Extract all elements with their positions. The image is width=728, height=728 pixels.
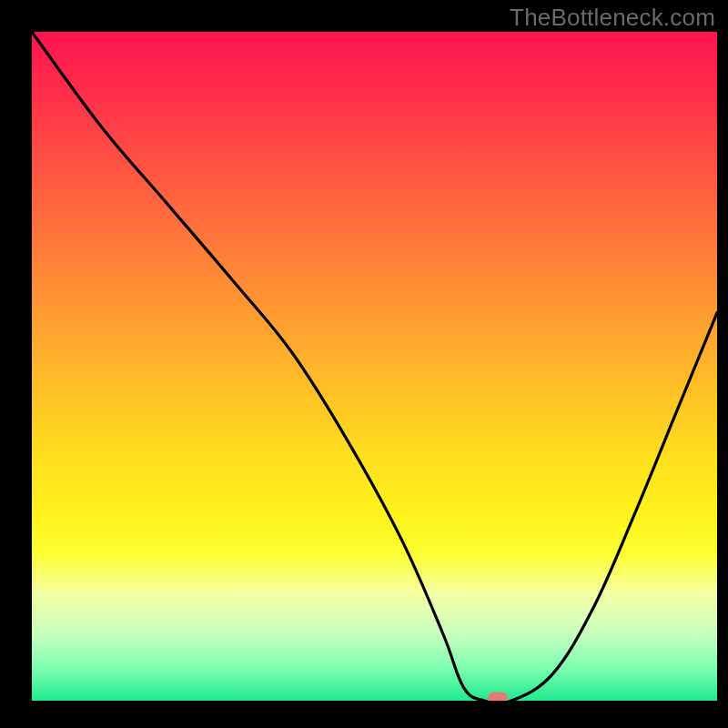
curve-path <box>32 32 717 701</box>
bottleneck-curve <box>32 32 717 701</box>
watermark-text: TheBottleneck.com <box>510 4 715 32</box>
chart-frame: TheBottleneck.com <box>0 0 728 728</box>
plot-area <box>32 32 717 701</box>
optimal-marker <box>488 693 508 702</box>
